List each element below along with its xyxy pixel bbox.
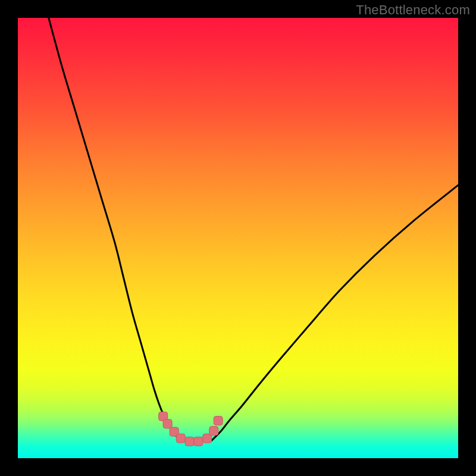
curve-layer [18, 18, 458, 458]
data-marker [163, 419, 172, 428]
data-marker [194, 437, 203, 446]
curve-left-branch [49, 18, 181, 440]
data-marker [176, 434, 185, 443]
data-marker [214, 416, 223, 425]
plot-area [18, 18, 458, 458]
watermark-text: TheBottleneck.com [356, 2, 470, 18]
curve-right-branch [212, 185, 458, 440]
data-marker [185, 437, 194, 446]
data-marker [209, 427, 218, 436]
chart-frame: TheBottleneck.com [0, 0, 476, 476]
